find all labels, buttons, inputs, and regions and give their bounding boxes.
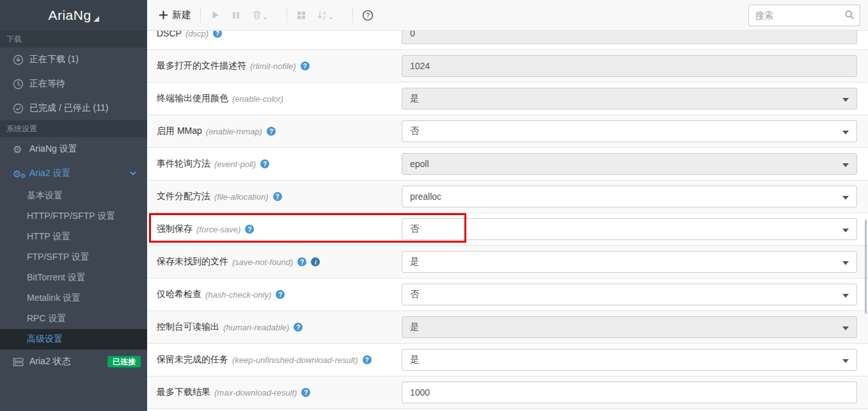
grid-icon[interactable]	[296, 10, 306, 20]
toolbar-separator	[287, 8, 287, 23]
setting-label: 最多打开的文件描述符	[157, 60, 246, 72]
setting-select[interactable]: 是	[402, 349, 857, 371]
selected-value: 否	[410, 125, 419, 137]
help-icon[interactable]: ?	[213, 31, 222, 38]
play-icon[interactable]	[210, 10, 221, 20]
setting-key: (file-allocation)	[214, 192, 269, 202]
setting-select[interactable]: 否	[402, 284, 857, 305]
setting-control-cell: 否	[402, 115, 857, 147]
sidebar-subitem-label: Metalink 设置	[27, 293, 81, 304]
dropdown-caret-icon	[842, 261, 849, 265]
help-icon[interactable]: ?	[273, 192, 282, 201]
selected-value: 是	[410, 354, 419, 366]
settings-row: 事件轮询方法(event-poll)?epoll	[147, 148, 868, 181]
sort-icon[interactable]: AZ	[317, 10, 333, 20]
vertical-scrollbar[interactable]	[865, 220, 867, 314]
sidebar-subitem[interactable]: BitTorrent 设置	[0, 268, 147, 288]
sidebar-nav: 正在下载 (1)正在等待已完成 / 已停止 (11)	[0, 47, 147, 120]
setting-select[interactable]: prealloc	[402, 186, 857, 207]
sidebar-subitem[interactable]: FTP/SFTP 设置	[0, 247, 147, 268]
info-icon[interactable]: i	[311, 257, 320, 266]
sidebar-item-label: 正在等待	[29, 78, 65, 90]
dropdown-caret-icon	[842, 359, 849, 363]
setting-input[interactable]	[402, 55, 857, 77]
clipped-row: DSCP(dscp)?	[147, 31, 868, 50]
sidebar-subitem-label: FTP/SFTP 设置	[27, 252, 90, 263]
sidebar-subitem[interactable]: 基本设置	[0, 186, 147, 206]
help-icon[interactable]: ?	[245, 225, 254, 234]
setting-control-cell: 是	[402, 83, 857, 115]
settings-panel: DSCP(dscp)?最多打开的文件描述符(rlimit-nofile)?终端输…	[147, 31, 868, 411]
setting-label: 仅哈希检查	[157, 289, 201, 300]
help-icon[interactable]: ?	[301, 388, 310, 397]
search-box	[748, 4, 860, 26]
svg-text:A: A	[323, 11, 326, 15]
setting-control-cell: 否	[402, 213, 857, 245]
setting-select[interactable]: 否	[402, 218, 857, 240]
settings-row: 保存未找到的文件(save-not-found)?i是	[147, 246, 868, 278]
logo-triangle-icon	[93, 16, 99, 22]
help-icon[interactable]: ?	[362, 10, 374, 21]
pause-icon[interactable]	[231, 10, 241, 20]
selected-value: 是	[410, 93, 419, 104]
sidebar-item[interactable]: 已完成 / 已停止 (11)	[0, 96, 147, 120]
setting-input[interactable]	[402, 382, 857, 403]
dropdown-caret-icon	[842, 326, 849, 330]
help-icon[interactable]: ?	[276, 290, 285, 299]
sidebar-subitem[interactable]: RPC 设置	[0, 309, 147, 329]
sidebar-item-label: Aria2 设置	[29, 168, 71, 179]
chevron-down-icon	[129, 170, 137, 177]
setting-label: 控制台可读输出	[157, 321, 219, 333]
settings-row: 文件分配方法(file-allocation)?prealloc	[147, 181, 868, 213]
setting-key: (keep-unfinished-download-result)	[232, 355, 358, 365]
setting-select[interactable]: 否	[402, 120, 857, 142]
sidebar-subitem[interactable]: HTTP 设置	[0, 227, 147, 247]
help-icon[interactable]: ?	[294, 323, 303, 332]
app-logo[interactable]: AriaNg	[0, 0, 147, 31]
setting-input[interactable]	[402, 31, 857, 44]
setting-select[interactable]: 是	[402, 251, 857, 273]
new-task-button[interactable]: 新建	[159, 9, 191, 21]
sidebar-item-aria2-status[interactable]: Aria2 状态 已连接	[0, 350, 147, 374]
setting-select[interactable]: 是	[402, 316, 857, 338]
help-icon[interactable]: ?	[260, 159, 269, 168]
sidebar-subitem[interactable]: 高级设置	[0, 329, 147, 350]
selected-value: 是	[410, 256, 419, 268]
help-icon[interactable]: ?	[267, 127, 276, 136]
setting-label: 强制保存	[157, 223, 193, 235]
dropdown-caret-icon	[842, 98, 849, 102]
setting-label: 保留未完成的任务	[157, 354, 228, 366]
sidebar-subitem-label: 高级设置	[27, 334, 63, 345]
setting-select[interactable]: epoll	[402, 153, 857, 175]
sidebar: AriaNg 下载 正在下载 (1)正在等待已完成 / 已停止 (11) 系统设…	[0, 0, 147, 411]
selected-value: 否	[410, 289, 419, 300]
server-icon	[13, 357, 24, 367]
help-icon[interactable]: ?	[363, 355, 372, 364]
setting-key: (force-save)	[196, 225, 241, 234]
sidebar-subitem-label: BitTorrent 设置	[27, 272, 86, 284]
sidebar-item-label: 已完成 / 已停止 (11)	[29, 102, 108, 114]
sidebar-section-download: 下载	[0, 31, 147, 47]
search-input[interactable]	[748, 4, 860, 26]
sidebar-item-label: Aria2 状态	[29, 356, 71, 367]
setting-label: 文件分配方法	[157, 191, 210, 202]
clock-icon	[13, 79, 24, 90]
sidebar-item[interactable]: 正在下载 (1)	[0, 47, 147, 72]
sidebar-item-aria2-settings[interactable]: ⚙ Aria2 设置	[0, 161, 147, 186]
setting-select[interactable]: 是	[402, 88, 857, 109]
sidebar-subitem[interactable]: Metalink 设置	[0, 288, 147, 309]
delete-icon[interactable]	[251, 10, 267, 20]
gears-icon: ⚙	[13, 168, 24, 179]
setting-label: 启用 MMap	[157, 125, 202, 137]
sidebar-item-ariang-settings[interactable]: ⚙ AriaNg 设置	[0, 137, 147, 161]
setting-key: (dscp)	[185, 31, 209, 38]
help-icon[interactable]: ?	[297, 257, 306, 266]
dropdown-caret-icon	[842, 131, 849, 134]
svg-text:?: ?	[366, 12, 370, 19]
sidebar-subitem[interactable]: HTTP/FTP/SFTP 设置	[0, 206, 147, 227]
setting-key: (event-poll)	[214, 159, 256, 169]
selected-value: prealloc	[410, 191, 441, 202]
help-icon[interactable]: ?	[301, 61, 310, 70]
setting-control-cell: 是	[402, 246, 857, 278]
sidebar-item[interactable]: 正在等待	[0, 72, 147, 96]
